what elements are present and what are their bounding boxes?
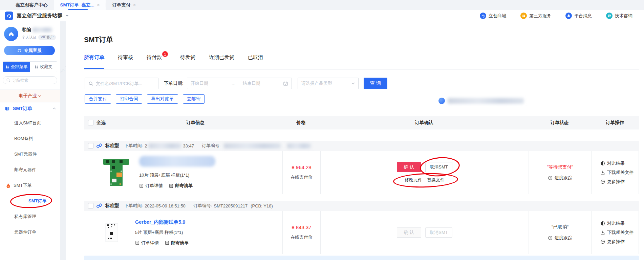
nav-lcsc-mall[interactable]: 立创商城 [480,13,506,19]
sidebar-item-mail-components[interactable]: 邮寄元器件 [0,162,60,178]
download-icon [600,170,605,175]
confirm-button-disabled[interactable]: 确 认 [397,227,421,238]
calendar-icon [283,81,288,86]
cancel-smt-button[interactable]: 取消SMT [425,162,452,172]
row-checkbox[interactable] [88,143,93,148]
nav-label: 立创商城 [489,13,506,19]
mail-list-link[interactable]: 邮寄清单 [165,240,189,246]
brand[interactable]: 嘉立创产业服务站群 [5,12,68,20]
batch-actions: 合并支付 打印合同 导出对账单 去邮寄 [85,94,205,104]
nav-third-party[interactable]: 第三方服务 [520,13,551,19]
order-details: Gerber_内部测试单5.9 5片 顶层+底层 样板(1*1) 订单详情 邮寄… [135,219,189,246]
tab-pending-payment[interactable]: 待付款1 [147,54,162,69]
order-detail-link[interactable]: 订单详情 [135,240,159,246]
compare-result-link[interactable]: 对比结果 [600,160,625,166]
confirm-button[interactable]: 确 认 [397,162,421,172]
pcb-thumbnail[interactable] [105,223,118,242]
order-type: 标准型 [105,143,119,149]
industry-selector[interactable]: 电子产业 [0,89,60,102]
date-end-placeholder: 结束日期 [238,80,280,86]
order-group-header: 标准型 下单时间: 2 33:47 订单编号: [84,141,639,151]
order-spec: 10片 顶层+底层 样板(1*1) [139,172,215,178]
tab-cancelled[interactable]: 已取消 [248,54,263,69]
tab-recently-shipped[interactable]: 近期已发货 [209,54,234,69]
user-name: 客编 [22,27,31,33]
nav-platform-messages[interactable]: 平台消息 [565,13,592,19]
download-files-link[interactable]: 下载相关文件 [600,169,634,176]
browser-tab-smt-orders[interactable]: SMT订单_嘉立... × [54,0,106,10]
browser-tab-order-pay[interactable]: 订单支付 × [106,0,142,10]
tab-label: 嘉立创客户中心 [16,2,48,8]
merge-pay-button[interactable]: 合并支付 [85,94,111,104]
order-detail-link[interactable]: 订单详情 [139,183,163,189]
time-label: 下单时间: [124,203,143,209]
arrow-right-icon: → [231,81,235,86]
print-contract-button[interactable]: 打印合同 [116,94,142,104]
order-search-input[interactable] [96,81,155,86]
go-mail-button[interactable]: 去邮寄 [183,94,205,104]
confirm-cell: 确 认 取消SMT 修改元件 替换文件 [320,151,529,194]
tab-favorites[interactable]: 收藏夹 [30,62,57,72]
status-cell: "已取消" 进度跟踪 [529,211,591,254]
select-all-checkbox[interactable] [88,120,93,125]
item-label: SMT元器件 [14,151,37,157]
export-statement-button[interactable]: 导出对账单 [147,94,178,104]
order-links: 订单详情 邮寄清单 [139,183,215,189]
browser-tab-home[interactable]: 嘉立创客户中心 [9,0,54,10]
more-actions-link[interactable]: 更多操作 [600,239,625,245]
redacted-text [287,143,311,148]
sidebar-item-smt-home[interactable]: 进入SMT首页 [0,115,60,131]
progress-track-link[interactable]: 进度跟踪 [548,235,572,241]
time-value: 33:47 [183,143,194,148]
pcb-thumbnail[interactable] [101,158,132,187]
date-range-picker[interactable]: 开始日期 → 结束日期 [187,78,292,89]
date-start-placeholder: 开始日期 [191,80,228,86]
column-header-confirm: 订单确认 [320,120,528,126]
avatar[interactable] [4,27,18,41]
sidebar-search-input[interactable] [12,78,49,83]
dedicated-support-button[interactable]: 专属客服 [4,46,55,55]
browser-tab-bar: 嘉立创客户中心 SMT订单_嘉立... × 订单支付 × [0,0,644,10]
price-note: 在线支付价 [291,174,313,180]
tab-pending-review[interactable]: 待审核 [118,54,133,69]
sidebar-group-smt-orders[interactable]: SMT订单 [0,102,60,115]
more-actions-link[interactable]: 更多操作 [600,179,625,185]
tab-pending-shipment[interactable]: 待发货 [180,54,195,69]
redacted-text [224,143,281,148]
sidebar: 客编 个人认证 VIP客户 专属客服 全部菜单 收藏夹 [0,21,60,260]
row-checkbox[interactable] [88,203,93,208]
sidebar-item-bom[interactable]: BOM备料 [0,131,60,146]
cancel-smt-button-disabled[interactable]: 取消SMT [425,227,452,238]
header-nav: 立创商城 第三方服务 平台消息 技术咨询 [480,13,637,19]
page-title: SMT订单 [84,35,113,44]
download-files-link[interactable]: 下载相关文件 [600,229,634,236]
close-icon[interactable]: × [97,2,100,7]
replace-file-link[interactable]: 替换文件 [427,177,445,183]
compare-result-link[interactable]: 对比结果 [600,220,625,226]
sidebar-item-component-orders[interactable]: 元器件订单 [0,224,60,240]
query-button[interactable]: 查 询 [364,78,387,89]
sidebar-item-smt-orders[interactable]: SMT订单 [8,193,52,209]
chevron-down-icon [351,82,355,85]
mail-list-link[interactable]: 邮寄清单 [169,183,193,189]
edit-component-link[interactable]: 修改元件 [405,177,422,183]
more-icon [600,179,605,184]
sidebar-item-smt-components[interactable]: SMT元器件 [0,146,60,162]
sidebar-item-private-lib[interactable]: 私有库管理 [0,209,60,224]
sidebar-item-smt-place-order[interactable]: SMT下单 [0,178,60,193]
time-value: 2 [145,143,147,148]
close-icon[interactable]: × [133,2,136,7]
order-spec: 5片 顶层+底层 样板(1*1) [135,229,189,236]
smt-type-icon [96,203,102,208]
op-label: 更多操作 [607,239,625,245]
product-type-select[interactable]: 请选择产品类型 [298,78,359,89]
link-label: 订单详情 [145,183,163,189]
tab-all-menu[interactable]: 全部菜单 [3,62,30,72]
product-name-link[interactable]: Gerber_内部测试单5.9 [135,219,189,225]
time-value: 2022-05-09 16:51:50 [145,203,186,208]
tab-label: 所有订单 [84,54,104,60]
nav-tech-support[interactable]: 技术咨询 [606,13,632,19]
progress-track-link[interactable]: 进度跟踪 [548,175,572,181]
tab-all-orders[interactable]: 所有订单 [84,54,104,69]
document-icon [135,241,139,245]
